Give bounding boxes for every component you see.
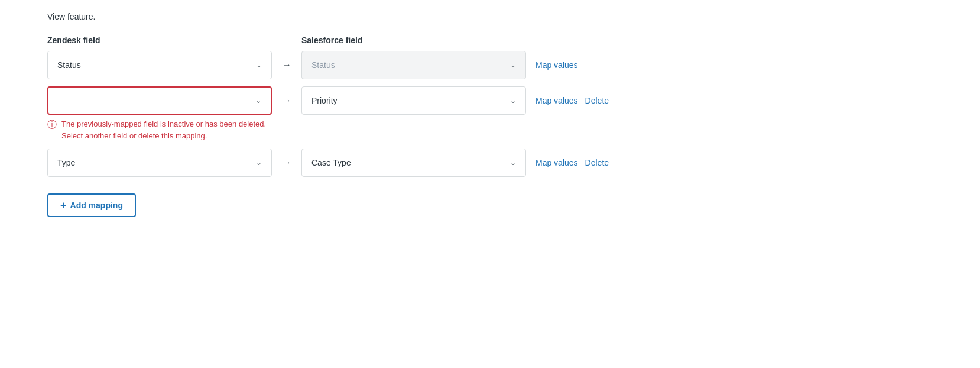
arrow-connector-priority: →	[272, 86, 301, 115]
chevron-down-icon-salesforce-type: ⌄	[510, 159, 516, 167]
zendesk-field-select-type[interactable]: Type ⌄	[47, 149, 272, 177]
zendesk-field-label-type: Type	[57, 158, 75, 167]
mapping-row-priority-wrapper: ⌄ → Priority ⌄ Map values Delete ⓘ The p…	[47, 86, 933, 141]
mapping-row-type: Type ⌄ → Case Type ⌄ Map values Delete	[47, 149, 933, 177]
delete-link-priority[interactable]: Delete	[585, 96, 609, 105]
chevron-down-icon-zendesk-status: ⌄	[256, 61, 262, 69]
column-headers: Zendesk field Salesforce field	[47, 35, 933, 45]
zendesk-field-select-priority[interactable]: ⌄	[47, 86, 272, 115]
chevron-down-icon-zendesk-priority: ⌄	[255, 96, 261, 105]
intro-text: View feature.	[47, 12, 933, 21]
zendesk-field-label-status: Status	[57, 60, 81, 70]
mapping-row-content-priority: ⌄ → Priority ⌄ Map values Delete	[47, 86, 609, 115]
error-circle-icon: ⓘ	[47, 119, 57, 131]
error-message-priority: The previously-mapped field is inactive …	[61, 118, 274, 141]
add-mapping-button[interactable]: + Add mapping	[47, 193, 136, 217]
delete-link-type[interactable]: Delete	[585, 158, 609, 167]
mapping-row-content-status: Status ⌄ → Status ⌄ Map values	[47, 51, 578, 79]
map-values-link-priority[interactable]: Map values	[536, 96, 578, 105]
action-links-type: Map values Delete	[526, 149, 609, 177]
salesforce-field-select-status: Status ⌄	[301, 51, 526, 79]
salesforce-field-label-type: Case Type	[311, 158, 351, 167]
mapping-row-priority: ⌄ → Priority ⌄ Map values Delete	[47, 86, 933, 115]
error-row-priority: ⓘ The previously-mapped field is inactiv…	[47, 118, 933, 141]
arrow-connector-status: →	[272, 51, 301, 79]
salesforce-column-header: Salesforce field	[301, 35, 526, 45]
mapping-row-content-type: Type ⌄ → Case Type ⌄ Map values Delete	[47, 149, 609, 177]
salesforce-field-label-priority: Priority	[311, 96, 338, 105]
salesforce-field-select-type[interactable]: Case Type ⌄	[301, 149, 526, 177]
action-links-status: Map values	[526, 51, 578, 79]
add-mapping-label: Add mapping	[70, 201, 123, 210]
chevron-down-icon-salesforce-priority: ⌄	[510, 96, 516, 105]
map-values-link-type[interactable]: Map values	[536, 158, 578, 167]
salesforce-field-select-priority[interactable]: Priority ⌄	[301, 86, 526, 115]
mapping-row-status: Status ⌄ → Status ⌄ Map values	[47, 51, 933, 79]
arrow-connector-type: →	[272, 149, 301, 177]
zendesk-field-select-status[interactable]: Status ⌄	[47, 51, 272, 79]
map-values-link-status[interactable]: Map values	[536, 60, 578, 70]
salesforce-field-label-status: Status	[311, 60, 335, 70]
chevron-down-icon-salesforce-status: ⌄	[510, 61, 516, 69]
action-links-priority: Map values Delete	[526, 86, 609, 115]
page-container: View feature. Zendesk field Salesforce f…	[0, 0, 980, 241]
plus-icon: +	[60, 200, 67, 211]
zendesk-column-header: Zendesk field	[47, 35, 272, 45]
chevron-down-icon-zendesk-type: ⌄	[256, 159, 262, 167]
